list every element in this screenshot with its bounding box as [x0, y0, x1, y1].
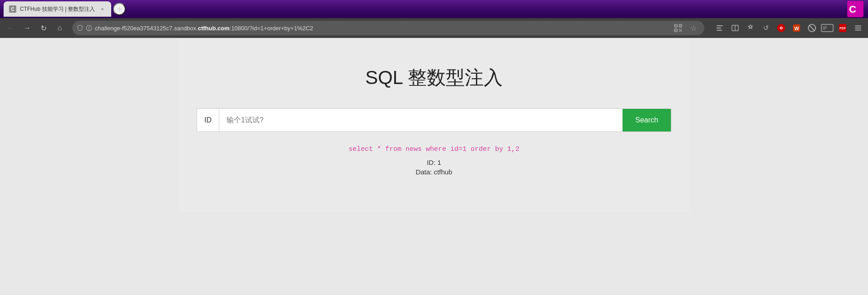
url-text: challenge-f520ea37543125c7.sandbox.ctfhu… [95, 25, 313, 32]
sql-query-display: select * from news where id=1 order by 1… [197, 145, 671, 153]
tab-close-button[interactable]: × [99, 5, 106, 13]
svg-text:C: C [849, 4, 856, 15]
active-tab[interactable]: C CTFHub 技能学习 | 整数型注入 × [4, 1, 111, 17]
svg-rect-6 [680, 25, 681, 26]
security-shield-icon [77, 25, 83, 31]
star-icon: ☆ [690, 24, 697, 33]
reload-button[interactable]: ↻ [36, 21, 51, 35]
back-icon: ← [7, 24, 14, 32]
ip-button[interactable]: IP [821, 22, 834, 34]
search-input[interactable] [219, 109, 623, 131]
svg-rect-4 [675, 25, 676, 26]
svg-rect-9 [679, 29, 680, 30]
pdf-button[interactable]: PDF [836, 22, 849, 34]
forward-icon: → [24, 24, 31, 32]
svg-text:PDF: PDF [840, 27, 846, 30]
svg-text:W: W [794, 26, 799, 31]
split-view-button[interactable] [729, 22, 741, 34]
svg-line-25 [809, 25, 815, 31]
svg-rect-10 [681, 29, 682, 30]
nav-right-buttons: ↺ W [713, 22, 864, 34]
main-card: SQL 整数型注入 ID Search select * from news w… [179, 38, 689, 212]
svg-rect-16 [717, 30, 722, 31]
search-form: ID Search [197, 108, 671, 132]
svg-rect-32 [855, 30, 861, 31]
svg-rect-14 [717, 25, 723, 26]
page-content: SQL 整数型注入 ID Search select * from news w… [0, 38, 868, 295]
svg-rect-13 [680, 30, 681, 31]
result-id: ID: 1 [197, 159, 671, 166]
url-suffix: :10800/?id=1+order+by+1%2C2 [230, 25, 313, 32]
result-data: Data: ctfhub [197, 168, 671, 176]
page-title: SQL 整数型注入 [197, 65, 671, 90]
home-icon: ⌂ [57, 24, 62, 32]
svg-rect-11 [679, 31, 680, 32]
qr-code-button[interactable] [672, 22, 684, 34]
svg-rect-8 [675, 30, 676, 31]
svg-rect-31 [855, 28, 861, 28]
new-tab-button[interactable]: + [113, 3, 126, 15]
forward-button[interactable]: → [20, 21, 34, 35]
reading-list-button[interactable] [713, 22, 726, 34]
svg-rect-30 [855, 26, 861, 27]
blocked-button[interactable] [806, 22, 818, 34]
site-info-icon [86, 25, 92, 31]
svg-rect-15 [717, 28, 721, 28]
ctfhub-logo: C [846, 0, 864, 18]
address-bar[interactable]: challenge-f520ea37543125c7.sandbox.ctfhu… [72, 21, 704, 35]
tab-title: CTFHub 技能学习 | 整数型注入 [20, 5, 95, 13]
hamburger-menu-button[interactable] [852, 22, 864, 34]
url-prefix: challenge-f520ea37543125c7.sandbox. [95, 25, 198, 32]
bookmark-star-button[interactable]: ☆ [687, 22, 700, 34]
svg-text:IP: IP [823, 26, 827, 31]
id-label: ID [197, 109, 219, 131]
neteasemusic-button[interactable] [775, 22, 788, 34]
svg-point-21 [781, 28, 782, 29]
tab-bar-right: C [846, 0, 864, 18]
extensions-button[interactable] [744, 22, 757, 34]
tab-bar: C CTFHub 技能学习 | 整数型注入 × + C [0, 0, 868, 18]
home-button[interactable]: ⌂ [52, 21, 67, 35]
tab-favicon: C [9, 5, 16, 13]
reload-icon: ↻ [41, 24, 47, 33]
url-domain: ctfhub.com [198, 25, 230, 32]
search-button[interactable]: Search [623, 109, 671, 131]
extension-red-button[interactable]: W [790, 22, 803, 34]
nav-bar: ← → ↻ ⌂ challenge-f520ea37543 [0, 18, 868, 38]
svg-rect-12 [681, 31, 682, 32]
undo-icon: ↺ [763, 24, 769, 32]
back-button[interactable]: ← [4, 21, 18, 35]
undo-button[interactable]: ↺ [760, 22, 772, 34]
